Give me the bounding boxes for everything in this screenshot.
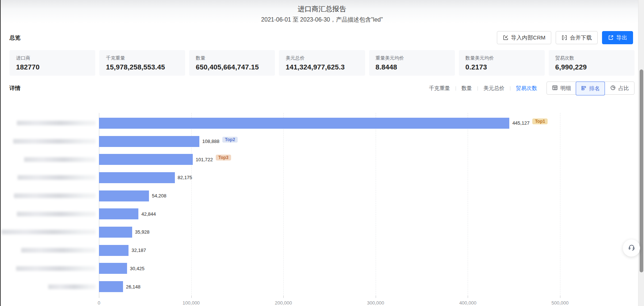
axis-tick [560,296,560,298]
rank-badge: Top3 [216,155,231,160]
bar[interactable] [99,136,199,147]
stat-card-kg-weight: 千克重量 15,978,258,553.45 [99,50,185,76]
stat-card-label: 美元总价 [285,55,358,61]
category-label-redacted [0,193,99,198]
stat-card-value: 650,405,664,747.15 [196,63,268,71]
stat-card-importers: 进口商 182770 [9,50,95,76]
bar-area: 101,722Top3 [99,154,644,165]
axis-tick [99,296,99,298]
category-label-redacted [0,212,99,216]
view-tab-detail[interactable]: 明细 [547,82,576,94]
bar[interactable] [99,281,123,292]
axis-tick [191,296,192,298]
bar[interactable] [99,208,138,219]
export-label: 导出 [616,34,627,41]
view-toggle-group: 明细 排名 占比 [547,82,635,95]
axis-tick [283,296,284,298]
import-crm-label: 导入内部CRM [511,34,545,41]
export-button[interactable]: 导出 [602,31,633,44]
metric-tab-quantity[interactable]: 数量 [461,85,472,92]
x-axis-label: 100,000 [183,300,200,306]
bar-area: 30,425 [99,263,644,274]
stat-card-value: 15,978,258,553.45 [106,63,179,71]
metric-tab-trade-count[interactable]: 贸易次数 [516,85,537,92]
bar[interactable] [99,118,509,129]
x-axis-label: 300,000 [367,300,384,306]
metric-tab-kg-weight[interactable]: 千克重量 [429,85,450,92]
page-subtitle: 2021-06-01 至 2023-06-30，产品描述包含"led" [0,16,644,24]
bar-area: 32,187 [99,245,644,256]
overview-section-label: 总览 [9,34,20,41]
table-icon [552,85,558,92]
blurred-company-name [48,284,96,289]
bar-area: 35,928 [99,227,644,238]
left-window-border [0,0,1,306]
category-label-redacted [0,121,99,125]
category-label-redacted [0,157,99,162]
stat-card-value: 6,990,229 [555,63,628,71]
bar-value-label: 101,722 [196,157,213,162]
bar-area: 108,888Top2 [99,136,644,147]
bar-area: 82,175 [99,172,644,183]
stat-card-value: 182770 [16,63,89,71]
metric-tab-usd-total[interactable]: 美元总价 [483,85,505,92]
bar[interactable] [99,227,132,238]
stat-card-label: 重量美元均价 [376,55,448,61]
x-axis-label: 400,000 [459,300,476,306]
chart-row: 54,208 [0,187,644,205]
x-axis-label: 500,000 [552,300,569,306]
view-tab-ranking[interactable]: 排名 [576,82,605,95]
bar-value-label: 108,888 [202,139,219,144]
bar-value-label: 26,148 [126,284,141,290]
export-icon [608,35,614,41]
bar-area: 42,844 [99,208,644,219]
view-tab-label: 排名 [589,85,600,92]
page: 进口商汇总报告 2021-06-01 至 2023-06-30，产品描述包含"l… [0,0,644,306]
x-axis-label: 200,000 [275,300,292,306]
pie-icon [610,85,616,92]
chart-row: 42,844 [0,205,644,223]
stat-card-label: 贸易次数 [555,55,628,61]
chart-row: 32,187 [0,241,644,260]
merge-download-button[interactable]: 合并下载 [556,31,598,44]
bar[interactable] [99,172,175,183]
x-axis-label: 0 [97,300,100,306]
stat-card-label: 数量美元均价 [465,55,538,61]
category-label-redacted [0,175,99,180]
blurred-company-name [24,157,96,162]
bar[interactable] [99,263,127,274]
stat-card-label: 进口商 [16,55,89,61]
bar-area: 54,208 [99,190,644,201]
import-crm-button[interactable]: 导入内部CRM [497,31,551,44]
bar-area: 445,127Top1 [99,118,644,129]
view-tab-proportion[interactable]: 占比 [605,82,634,94]
vertical-scrollbar[interactable] [638,0,644,306]
stat-card-usd-per-quantity: 数量美元均价 0.2173 [459,50,545,76]
chart-row: 35,928 [0,223,644,241]
category-label-redacted [0,266,99,271]
scrollbar-thumb[interactable] [640,69,643,272]
metric-tab-divider: | [510,86,511,91]
blurred-company-name [1,230,96,234]
bar[interactable] [99,245,129,256]
bar[interactable] [99,190,149,201]
bar-area: 26,148 [99,281,644,292]
header-actions: 导入内部CRM 合并下载 导出 [497,31,633,44]
merge-download-label: 合并下载 [570,34,592,41]
bar-value-label: 445,127 [512,120,529,126]
import-icon [503,35,509,41]
metric-tab-divider: | [455,86,456,91]
page-title: 进口商汇总报告 [0,4,644,14]
stat-card-value: 0.2173 [465,63,538,71]
blurred-company-name [13,139,96,144]
stat-card-label: 千克重量 [106,55,179,61]
rank-badge: Top1 [532,118,548,124]
bar-value-label: 82,175 [178,175,192,180]
axis-tick [468,296,468,298]
category-label-redacted [0,284,99,289]
detail-section-label: 详情 [9,85,20,92]
bar[interactable] [99,154,193,165]
view-tab-label: 明细 [560,85,571,92]
bar-value-label: 35,928 [135,229,150,235]
customer-service-button[interactable] [623,239,640,257]
